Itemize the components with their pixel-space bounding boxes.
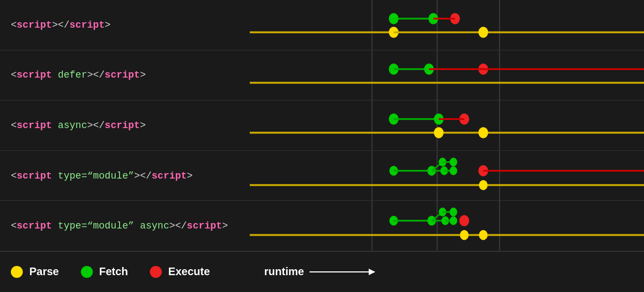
svg-point-66 xyxy=(459,215,469,227)
legend-execute-label: Execute xyxy=(168,265,210,278)
label-script-module-async: <script type=“module” async></script> xyxy=(0,220,250,231)
row-script-module: <script type=“module”></script> xyxy=(0,151,644,201)
legend-parse-label: Parse xyxy=(29,265,59,278)
timeline-script-defer xyxy=(250,50,644,100)
diagram-container: <script></script> xyxy=(0,0,644,292)
svg-point-43 xyxy=(450,157,457,166)
row-script-defer: <script defer></script> xyxy=(0,50,644,101)
timeline-script-module-async xyxy=(250,201,644,251)
svg-point-31 xyxy=(434,127,444,138)
timeline-script-module xyxy=(250,151,644,201)
legend-row: Parse Fetch Execute runtime xyxy=(0,251,644,292)
row-script-async: <script async></script> xyxy=(0,100,644,151)
svg-point-50 xyxy=(479,180,488,190)
svg-point-65 xyxy=(450,217,457,225)
fetch-dot-icon xyxy=(81,266,93,278)
svg-point-32 xyxy=(478,127,488,138)
legend-parse: Parse xyxy=(11,265,59,278)
legend-fetch-label: Fetch xyxy=(99,265,128,278)
runtime-text: runtime xyxy=(264,265,304,278)
svg-point-68 xyxy=(479,230,488,240)
timeline-script-basic xyxy=(250,0,644,50)
label-script-basic: <script></script> xyxy=(0,20,250,30)
svg-point-67 xyxy=(460,230,469,240)
parse-dot-icon xyxy=(11,266,23,278)
execute-dot-icon xyxy=(150,266,162,278)
timeline-script-async xyxy=(250,100,644,150)
svg-point-47 xyxy=(450,166,457,175)
runtime-arrow-icon xyxy=(310,271,375,272)
label-script-module: <script type=“module”></script> xyxy=(0,170,250,181)
label-script-defer: <script defer></script> xyxy=(0,69,250,80)
svg-point-61 xyxy=(450,208,457,217)
svg-point-10 xyxy=(478,27,488,38)
row-script-module-async: <script type=“module” async></script> xyxy=(0,201,644,251)
label-script-async: <script async></script> xyxy=(0,120,250,131)
svg-point-6 xyxy=(389,13,399,24)
runtime-label: runtime xyxy=(264,265,375,278)
row-script-basic: <script></script> xyxy=(0,0,644,50)
legend-fetch: Fetch xyxy=(81,265,128,278)
legend-execute: Execute xyxy=(150,265,210,278)
